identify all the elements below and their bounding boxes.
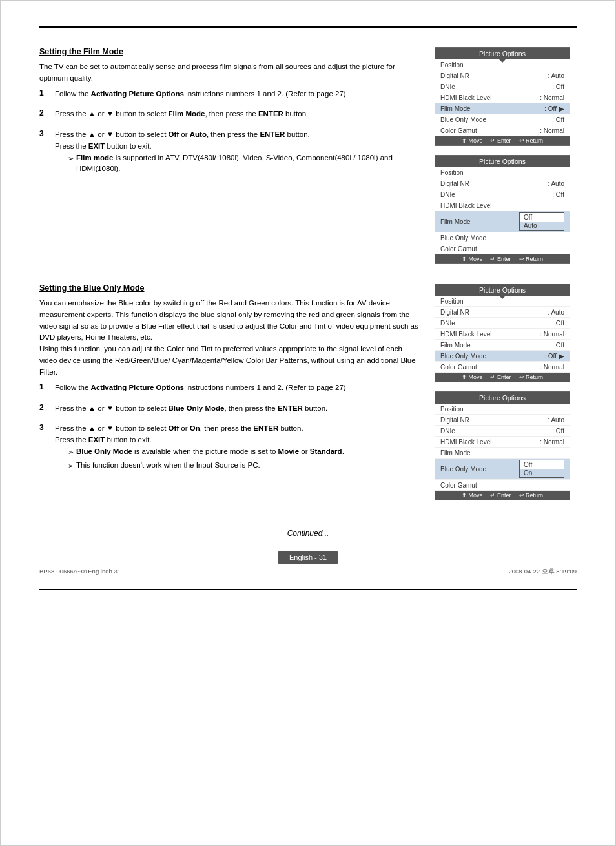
panel-footer: ⬆ Move ↵ Enter ↩ Return bbox=[435, 136, 570, 145]
footer-file-info: BP68-00666A~01Eng.indb 31 2008-04-22 오후 … bbox=[39, 568, 577, 576]
picture-options-panel-4: Picture Options Position Digital NR : Au… bbox=[435, 391, 570, 500]
footer-enter: ↵ Enter bbox=[490, 256, 511, 262]
film-mode-description: The TV can be set to automatically sense… bbox=[39, 61, 422, 85]
row-label: Blue Only Mode bbox=[440, 116, 486, 123]
picture-options-panel-3: Picture Options Position Digital NR : Au… bbox=[435, 284, 570, 382]
panel-row-blue-only: Blue Only Mode : Off ▶ bbox=[435, 351, 570, 362]
row-label: Color Gamut bbox=[440, 364, 477, 371]
footer-enter: ↵ Enter bbox=[490, 374, 511, 380]
right-arrow-icon: ▶ bbox=[559, 105, 564, 112]
panel-row-film-mode-dropdown: Film Mode Off Auto bbox=[435, 211, 570, 232]
panel-header: Picture Options bbox=[435, 392, 570, 404]
film-step-2: 2 Press the ▲ or ▼ button to select Film… bbox=[39, 108, 422, 120]
row-value: : Off bbox=[552, 83, 564, 90]
row-label: Position bbox=[440, 61, 464, 68]
panel-arrow bbox=[499, 296, 506, 299]
blue-only-right: Picture Options Position Digital NR : Au… bbox=[435, 284, 577, 510]
file-left: BP68-00666A~01Eng.indb 31 bbox=[39, 568, 121, 576]
row-label: Digital NR bbox=[440, 72, 469, 79]
note-text: This function doesn't work when the Inpu… bbox=[76, 460, 260, 471]
step-content: Press the ▲ or ▼ button to select Blue O… bbox=[55, 403, 327, 415]
blue-only-title: Setting the Blue Only Mode bbox=[39, 284, 422, 293]
row-label: HDMI Black Level bbox=[440, 202, 491, 209]
panel-row-digital-nr: Digital NR : Auto bbox=[435, 70, 570, 81]
row-label: Digital NR bbox=[440, 180, 469, 187]
footer-move: ⬆ Move bbox=[462, 138, 483, 144]
footer-move: ⬆ Move bbox=[462, 256, 483, 262]
row-value: : Off bbox=[552, 428, 564, 435]
footer-enter: ↵ Enter bbox=[490, 138, 511, 144]
blue-only-section: Setting the Blue Only Mode You can empha… bbox=[39, 284, 577, 510]
footer-return: ↩ Return bbox=[519, 256, 544, 262]
row-label: DNIe bbox=[440, 191, 455, 198]
blue-note-2: ➢ This function doesn't work when the In… bbox=[68, 460, 344, 471]
row-label: Blue Only Mode bbox=[440, 466, 486, 473]
continued-text: Continued... bbox=[39, 529, 577, 538]
dropdown-off[interactable]: Off bbox=[520, 460, 564, 469]
panel-row-film-mode: Film Mode bbox=[435, 448, 570, 459]
row-label: Color Gamut bbox=[440, 127, 477, 134]
step-content: Press the ▲ or ▼ button to select Off or… bbox=[55, 423, 344, 474]
panel-row-position: Position bbox=[435, 167, 570, 178]
film-mode-dropdown[interactable]: Off Auto bbox=[519, 212, 564, 231]
dropdown-off[interactable]: Off bbox=[520, 213, 564, 222]
file-right: 2008-04-22 오후 8:19:09 bbox=[508, 568, 577, 576]
note-text: Film mode is supported in ATV, DTV(480i/… bbox=[76, 152, 422, 175]
row-label: DNIe bbox=[440, 428, 455, 435]
bottom-border bbox=[39, 589, 577, 590]
blue-note-1: ➢ Blue Only Mode is available when the p… bbox=[68, 446, 344, 458]
footer-return: ↩ Return bbox=[519, 374, 544, 380]
step-number: 2 bbox=[39, 108, 50, 118]
step-content: Press the ▲ or ▼ button to select Off or… bbox=[55, 129, 422, 177]
row-value: : Normal bbox=[540, 94, 564, 101]
film-note: ➢ Film mode is supported in ATV, DTV(480… bbox=[68, 152, 422, 175]
note-text: Blue Only Mode is available when the pic… bbox=[76, 446, 344, 458]
blue-step-1: 1 Follow the Activating Picture Options … bbox=[39, 382, 422, 394]
panel-title: Picture Options bbox=[479, 50, 526, 57]
film-mode-left: Setting the Film Mode The TV can be set … bbox=[39, 47, 422, 273]
panel-header: Picture Options bbox=[435, 284, 570, 296]
row-value: : Off bbox=[552, 320, 564, 327]
blue-only-left: Setting the Blue Only Mode You can empha… bbox=[39, 284, 422, 510]
film-mode-title: Setting the Film Mode bbox=[39, 47, 422, 56]
row-value: : Auto bbox=[548, 72, 564, 79]
footer-return: ↩ Return bbox=[519, 492, 544, 499]
panel-row-color-gamut: Color Gamut : Normal bbox=[435, 362, 570, 373]
panel-row-hdmi: HDMI Black Level bbox=[435, 200, 570, 211]
row-label: Film Mode bbox=[440, 342, 471, 349]
panel-row-color-gamut: Color Gamut bbox=[435, 243, 570, 254]
footer-move: ⬆ Move bbox=[462, 374, 483, 380]
row-value: : Normal bbox=[540, 127, 564, 134]
panel-row-dnie: DNIe : Off bbox=[435, 426, 570, 437]
panel-footer: ⬆ Move ↵ Enter ↩ Return bbox=[435, 373, 570, 382]
panel-row-blue-only-dropdown: Blue Only Mode Off On bbox=[435, 459, 570, 480]
dropdown-auto[interactable]: Auto bbox=[520, 222, 564, 230]
row-label: Color Gamut bbox=[440, 245, 477, 253]
row-value: : Auto bbox=[548, 180, 564, 187]
dropdown-on[interactable]: On bbox=[520, 469, 564, 477]
panel-row-hdmi: HDMI Black Level : Normal bbox=[435, 437, 570, 448]
panel-row-hdmi: HDMI Black Level : Normal bbox=[435, 92, 570, 103]
panel-row-digital-nr: Digital NR : Auto bbox=[435, 178, 570, 189]
arrow-icon: ➢ bbox=[68, 153, 74, 175]
arrow-icon: ➢ bbox=[68, 460, 74, 471]
blue-only-dropdown[interactable]: Off On bbox=[519, 460, 564, 478]
footer-return: ↩ Return bbox=[519, 138, 544, 144]
blue-only-desc: You can emphasize the Blue color by swit… bbox=[39, 298, 422, 378]
film-step-3: 3 Press the ▲ or ▼ button to select Off … bbox=[39, 129, 422, 177]
arrow-icon: ➢ bbox=[68, 447, 74, 458]
row-label: DNIe bbox=[440, 83, 455, 90]
right-arrow-icon: ▶ bbox=[559, 353, 564, 360]
panel-row-position: Position bbox=[435, 404, 570, 415]
page: Setting the Film Mode The TV can be set … bbox=[0, 0, 616, 846]
row-value: : Auto bbox=[548, 417, 564, 424]
row-label: Position bbox=[440, 169, 464, 176]
row-value: : Off bbox=[544, 105, 557, 112]
panel-header: Picture Options bbox=[435, 48, 570, 59]
row-label: DNIe bbox=[440, 320, 455, 327]
footer-move: ⬆ Move bbox=[462, 492, 483, 499]
row-label: HDMI Black Level bbox=[440, 331, 491, 338]
page-footer: Continued... English - 31 BP68-00666A~01… bbox=[39, 529, 577, 576]
row-value: : Auto bbox=[548, 309, 564, 316]
row-label: Digital NR bbox=[440, 417, 469, 424]
